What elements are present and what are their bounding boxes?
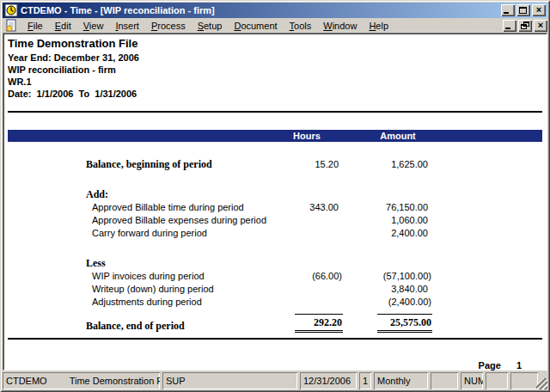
amount-value bbox=[343, 188, 432, 201]
hours-value: 292.20 bbox=[266, 314, 343, 333]
report-row: Carry forward during period2,400.00 bbox=[8, 227, 542, 240]
resize-grip[interactable] bbox=[536, 378, 547, 389]
mdi-minimize-button[interactable] bbox=[503, 20, 516, 32]
hours-value: 343.00 bbox=[266, 201, 343, 214]
report-rows: Balance, beginning of period15.201,625.0… bbox=[8, 158, 542, 333]
report-row: Balance, beginning of period15.201,625.0… bbox=[8, 158, 542, 171]
status-text: Time Demonstration File bbox=[70, 376, 160, 386]
menu-item-tools[interactable]: Tools bbox=[284, 19, 318, 33]
mdi-window-controls: × bbox=[503, 20, 547, 32]
mdi-restore-button[interactable] bbox=[518, 20, 532, 32]
amount-value: 76,150.00 bbox=[343, 201, 432, 214]
status-panel-sup: SUP bbox=[162, 372, 297, 389]
menu-item-window[interactable]: Window bbox=[317, 19, 363, 33]
row-label: Approved Billable time during period bbox=[8, 201, 266, 214]
report-title: Time Demonstration File bbox=[8, 37, 542, 50]
minimize-icon bbox=[504, 12, 509, 14]
report-row: Approved Billable time during period343.… bbox=[8, 201, 542, 214]
hours-value bbox=[266, 188, 343, 201]
menu-bar: FileEditViewInsertProcessSetupDocumentTo… bbox=[3, 18, 547, 33]
status-panel-blank-2 bbox=[510, 372, 538, 389]
row-label: Less bbox=[8, 257, 266, 270]
row-label: Adjustments during period bbox=[8, 296, 266, 309]
amount-value: (57,100.00) bbox=[343, 270, 432, 283]
maximize-button[interactable] bbox=[516, 4, 530, 16]
minimize-icon bbox=[505, 28, 510, 29]
report-row: Adjustments during period(2,400.00) bbox=[8, 296, 542, 309]
page-number: 1 bbox=[516, 360, 522, 371]
column-header-amount: Amount bbox=[353, 131, 443, 141]
hours-value bbox=[266, 227, 343, 240]
status-panel-period-type bbox=[431, 372, 458, 389]
title-bar: CTDEMO - Time - [WIP reconciliation - fi… bbox=[3, 3, 547, 18]
document-icon bbox=[4, 19, 18, 33]
application-window: CTDEMO - Time - [WIP reconciliation - fi… bbox=[0, 0, 550, 392]
status-panel-num: NUM bbox=[461, 372, 483, 389]
status-text: 1 bbox=[363, 376, 368, 386]
menu-item-process[interactable]: Process bbox=[145, 19, 192, 33]
row-label: Writeup (down) during period bbox=[8, 283, 266, 296]
report-year-end: Year End: December 31, 2006 bbox=[8, 52, 542, 64]
hours-value bbox=[266, 257, 343, 270]
row-label: Balance, end of period bbox=[8, 320, 266, 333]
status-panel-num-lock bbox=[486, 372, 508, 389]
menu-item-help[interactable]: Help bbox=[363, 19, 394, 33]
hours-value bbox=[266, 296, 343, 309]
report-row: Writeup (down) during period3,840.00 bbox=[8, 283, 542, 296]
mdi-close-button[interactable]: × bbox=[534, 20, 547, 32]
window-title: CTDEMO - Time - [WIP reconciliation - fi… bbox=[21, 3, 501, 18]
status-panel-ctdemo: CTDEMOTime Demonstration File bbox=[3, 372, 160, 389]
menu-item-file[interactable]: File bbox=[21, 19, 49, 33]
report-row: Less bbox=[8, 257, 542, 270]
page-label: Page bbox=[479, 360, 501, 371]
status-panel-12-31-2006: 12/31/2006 bbox=[300, 372, 357, 389]
menu-item-document[interactable]: Document bbox=[228, 19, 283, 33]
minimize-button[interactable] bbox=[501, 4, 515, 16]
row-gap bbox=[8, 240, 542, 257]
report-date-range: Date: 1/1/2006 To 1/31/2006 bbox=[8, 88, 542, 100]
amount-value: 3,840.00 bbox=[343, 283, 432, 296]
status-panel-monthly: Monthly bbox=[374, 372, 428, 389]
maximize-icon bbox=[519, 7, 527, 14]
status-text: NUM bbox=[464, 376, 483, 386]
report-subtitle: WIP reconciliation - firm bbox=[8, 64, 542, 76]
hours-value bbox=[266, 214, 343, 227]
status-bar: CTDEMOTime Demonstration FileSUP12/31/20… bbox=[3, 372, 547, 389]
report-row: Add: bbox=[8, 188, 542, 201]
status-panel-1: 1 bbox=[359, 372, 371, 389]
page-footer: Page1 bbox=[8, 360, 542, 371]
menu-item-insert[interactable]: Insert bbox=[109, 19, 145, 33]
report-row: Approved Billable expenses during period… bbox=[8, 214, 542, 227]
amount-value: 1,060.00 bbox=[343, 214, 432, 227]
window-controls: × bbox=[501, 4, 546, 16]
hours-value: 15.20 bbox=[266, 158, 343, 171]
row-label: Add: bbox=[8, 188, 266, 201]
status-text: 12/31/2006 bbox=[303, 376, 351, 386]
amount-value: 25,575.00 bbox=[343, 314, 432, 333]
report-divider-bottom bbox=[8, 338, 542, 340]
row-label: Approved Billable expenses during period bbox=[8, 214, 266, 227]
hours-value bbox=[266, 283, 343, 296]
menu-item-setup[interactable]: Setup bbox=[192, 19, 229, 33]
restore-icon bbox=[523, 21, 529, 27]
column-header-hours: Hours bbox=[268, 131, 345, 141]
status-text: Monthly bbox=[377, 376, 411, 386]
app-icon bbox=[4, 3, 18, 17]
menu-item-view[interactable]: View bbox=[77, 19, 110, 33]
amount-value: 1,625.00 bbox=[343, 158, 432, 171]
amount-value: (2,400.00) bbox=[343, 296, 432, 309]
status-text: CTDEMO bbox=[6, 376, 47, 386]
report-code: WR.1 bbox=[8, 76, 542, 88]
hours-value: (66.00) bbox=[266, 270, 343, 283]
row-label: WIP invoices during period bbox=[8, 270, 266, 283]
close-icon: × bbox=[534, 20, 547, 32]
amount-value bbox=[343, 257, 432, 270]
close-button[interactable]: × bbox=[532, 4, 546, 16]
row-label: Carry forward during period bbox=[8, 227, 266, 240]
report-row: WIP invoices during period(66.00)(57,100… bbox=[8, 270, 542, 283]
menu-item-edit[interactable]: Edit bbox=[49, 19, 77, 33]
status-text: SUP bbox=[166, 376, 186, 386]
column-header-bar: Hours Amount bbox=[8, 130, 542, 142]
menu-items: FileEditViewInsertProcessSetupDocumentTo… bbox=[21, 18, 503, 33]
amount-value: 2,400.00 bbox=[343, 227, 432, 240]
